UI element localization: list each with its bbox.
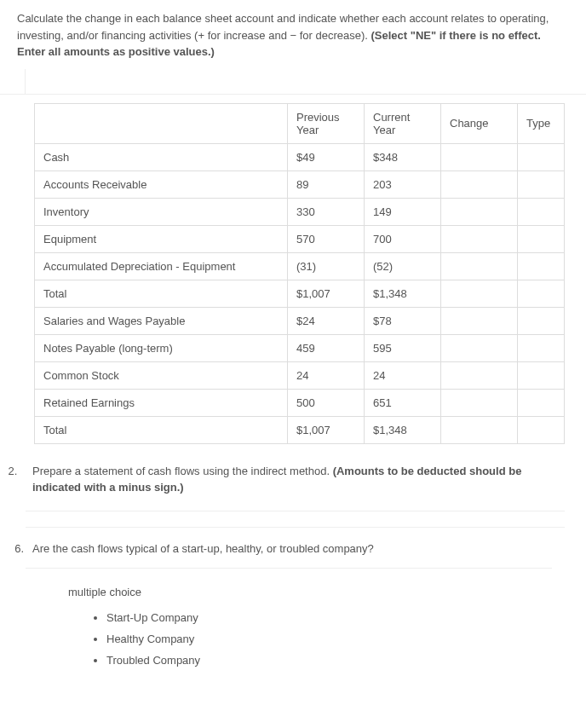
cell-current: $78 (365, 307, 441, 334)
cell-type-input[interactable] (518, 143, 565, 170)
cell-change-input[interactable] (441, 361, 518, 389)
instructions-text: Calculate the change in each balance she… (0, 0, 586, 69)
cell-current: 595 (365, 334, 441, 361)
choice-healthy[interactable]: Healthy Company (106, 628, 552, 650)
cell-previous: (31) (288, 252, 365, 280)
multiple-choice-label: multiple choice (26, 568, 552, 607)
table-body: Cash $49 $348 Accounts Receivable 89 203… (35, 143, 565, 443)
question-6-number: 6. (0, 542, 32, 555)
cell-account: Salaries and Wages Payable (35, 307, 288, 334)
spacer-row (0, 69, 586, 95)
table-row: Cash $49 $348 (35, 143, 565, 170)
question-6-text: Are the cash flows typical of a start-up… (32, 542, 573, 555)
cell-current: 203 (365, 170, 441, 198)
cell-previous: 89 (288, 170, 365, 198)
table-row: Total $1,007 $1,348 (35, 416, 565, 443)
cell-current: (52) (365, 252, 441, 280)
cell-account: Inventory (35, 198, 288, 225)
choice-startup[interactable]: Start-Up Company (106, 607, 552, 628)
cell-change-input[interactable] (441, 198, 518, 225)
cell-account: Total (35, 416, 288, 443)
cell-change-input[interactable] (441, 389, 518, 416)
cell-change-input[interactable] (441, 225, 518, 252)
cell-change-input[interactable] (441, 307, 518, 334)
cell-account: Accumulated Depreciation - Equipment (35, 252, 288, 280)
cell-current: $348 (365, 143, 441, 170)
table-row: Common Stock 24 24 (35, 361, 565, 389)
cell-account: Cash (35, 143, 288, 170)
header-current: Current Year (365, 103, 441, 143)
cell-account: Notes Payable (long-term) (35, 334, 288, 361)
cell-change-input[interactable] (441, 280, 518, 307)
question-2: 2. Prepare a statement of cash flows usi… (0, 453, 586, 506)
cell-type-input[interactable] (518, 389, 565, 416)
table-row: Inventory 330 149 (35, 198, 565, 225)
cell-current: 24 (365, 361, 441, 389)
cell-type-input[interactable] (518, 334, 565, 361)
cell-type-input[interactable] (518, 198, 565, 225)
header-change: Change (441, 103, 518, 143)
cell-change-input[interactable] (441, 170, 518, 198)
cell-type-input[interactable] (518, 225, 565, 252)
cell-change-input[interactable] (441, 143, 518, 170)
balance-sheet-table-wrap: Previous Year Current Year Change Type C… (0, 95, 586, 453)
header-account (35, 103, 288, 143)
table-row: Accounts Receivable 89 203 (35, 170, 565, 198)
cell-current: $1,348 (365, 416, 441, 443)
cell-type-input[interactable] (518, 416, 565, 443)
table-row: Retained Earnings 500 651 (35, 389, 565, 416)
choice-troubled[interactable]: Troubled Company (106, 650, 552, 671)
balance-sheet-table: Previous Year Current Year Change Type C… (34, 103, 565, 444)
cell-type-input[interactable] (518, 252, 565, 280)
cell-type-input[interactable] (518, 307, 565, 334)
table-row: Total $1,007 $1,348 (35, 280, 565, 307)
cell-account: Total (35, 280, 288, 307)
cell-previous: 500 (288, 389, 365, 416)
cell-previous: $24 (288, 307, 365, 334)
question-2-text: Prepare a statement of cash flows using … (26, 463, 573, 496)
cell-change-input[interactable] (441, 252, 518, 280)
cell-account: Common Stock (35, 361, 288, 389)
table-row: Accumulated Depreciation - Equipment (31… (35, 252, 565, 280)
cell-previous: $1,007 (288, 416, 365, 443)
cell-previous: 459 (288, 334, 365, 361)
cell-account: Retained Earnings (35, 389, 288, 416)
table-row: Equipment 570 700 (35, 225, 565, 252)
cell-type-input[interactable] (518, 170, 565, 198)
header-previous: Previous Year (288, 103, 365, 143)
cell-change-input[interactable] (441, 334, 518, 361)
cell-current: 700 (365, 225, 441, 252)
cell-previous: $49 (288, 143, 365, 170)
question-6: 6. Are the cash flows typical of a start… (0, 532, 586, 685)
cell-account: Accounts Receivable (35, 170, 288, 198)
cell-previous: 330 (288, 198, 365, 225)
cell-current: $1,348 (365, 280, 441, 307)
cell-type-input[interactable] (518, 280, 565, 307)
question-2-number: 2. (0, 463, 26, 496)
cell-previous: 24 (288, 361, 365, 389)
choice-list: Start-Up Company Healthy Company Trouble… (26, 607, 552, 671)
cell-previous: 570 (288, 225, 365, 252)
cell-previous: $1,007 (288, 280, 365, 307)
spacer (26, 511, 565, 528)
cell-current: 149 (365, 198, 441, 225)
cell-account: Equipment (35, 225, 288, 252)
header-type: Type (518, 103, 565, 143)
cell-current: 651 (365, 389, 441, 416)
cell-type-input[interactable] (518, 361, 565, 389)
cell-change-input[interactable] (441, 416, 518, 443)
table-row: Salaries and Wages Payable $24 $78 (35, 307, 565, 334)
table-row: Notes Payable (long-term) 459 595 (35, 334, 565, 361)
